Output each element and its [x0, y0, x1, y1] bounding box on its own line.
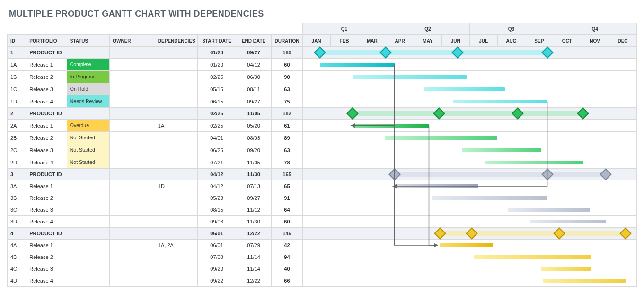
summary-bar[interactable]: [395, 172, 606, 177]
cell-start: 02/25: [198, 71, 236, 83]
cell-start: 06/25: [198, 144, 236, 156]
cell-status: [67, 275, 110, 287]
status-pill: Not Started: [67, 144, 110, 156]
gantt-cell: [302, 95, 636, 108]
m-jan: JAN: [302, 35, 330, 47]
task-bar[interactable]: [453, 100, 547, 103]
status-pill: Needs Review: [67, 95, 110, 107]
gantt-cell: [302, 108, 636, 120]
gantt-frame: MULTIPLE PRODUCT GANTT CHART WITH DEPEND…: [5, 5, 639, 292]
cell-rid: 1D: [8, 95, 26, 108]
summary-bar[interactable]: [320, 50, 547, 55]
task-bar[interactable]: [543, 279, 626, 283]
cell-dur: 40: [272, 263, 302, 275]
cell-status: [67, 240, 110, 251]
cell-status: [67, 192, 110, 204]
status-pill: Not Started: [67, 156, 110, 168]
task-bar[interactable]: [424, 87, 504, 91]
cell-portfolio: Release 4: [26, 216, 67, 228]
milestone-diamond-icon[interactable]: [314, 46, 326, 58]
cell-rid: 1B: [8, 71, 26, 83]
cell-rid: 3: [8, 169, 26, 180]
task-bar[interactable]: [474, 255, 591, 259]
summary-bar[interactable]: [353, 111, 583, 116]
q1-header: Q1: [302, 23, 386, 35]
cell-status: [67, 180, 110, 192]
task-bar[interactable]: [320, 63, 395, 67]
milestone-diamond-icon[interactable]: [388, 168, 400, 180]
cell-dep: [155, 228, 198, 240]
cell-owner: [110, 132, 155, 144]
milestone-diamond-icon[interactable]: [433, 107, 445, 119]
status-pill: Not Started: [67, 132, 110, 144]
milestone-diamond-icon[interactable]: [600, 168, 611, 180]
cell-start: 04/12: [198, 169, 236, 180]
task-bar[interactable]: [395, 184, 478, 188]
task-row: 1BRelease 2In Progress02/2506/3090: [8, 71, 637, 83]
col-id: ID: [8, 35, 26, 47]
task-bar[interactable]: [353, 75, 466, 79]
task-bar[interactable]: [385, 136, 497, 140]
milestone-diamond-icon[interactable]: [434, 227, 446, 239]
chart-wrap: Q1 Q2 Q3 Q4 ID PORTFOLIO STATUS OWNER DE…: [7, 23, 637, 287]
status-pill: Overdue: [67, 120, 110, 131]
milestone-diamond-icon[interactable]: [553, 227, 565, 239]
cell-portfolio: Release 4: [26, 156, 67, 169]
cell-dur: 182: [272, 108, 302, 120]
cell-dur: 75: [272, 95, 302, 108]
gantt-cell: [302, 120, 636, 132]
gantt-cell: [302, 192, 636, 204]
cell-start: 07/08: [198, 251, 236, 263]
cell-start: 09/08: [198, 216, 236, 228]
cell-start: 02/25: [198, 108, 236, 120]
cell-end: 04/12: [236, 59, 271, 71]
cell-portfolio: PRODUCT ID: [26, 108, 67, 120]
milestone-diamond-icon[interactable]: [577, 107, 589, 119]
cell-dep: [155, 95, 198, 108]
cell-end: 11/12: [236, 204, 271, 216]
milestone-diamond-icon[interactable]: [541, 46, 553, 58]
task-bar[interactable]: [440, 243, 493, 247]
milestone-diamond-icon[interactable]: [379, 46, 391, 58]
cell-portfolio: Release 2: [26, 71, 67, 83]
cell-start: 09/20: [198, 263, 236, 275]
cell-status: [67, 169, 110, 180]
milestone-diamond-icon[interactable]: [512, 107, 523, 119]
cell-rid: 4C: [8, 263, 26, 275]
cell-start: 05/23: [198, 192, 236, 204]
cell-status: Not Started: [67, 156, 110, 169]
cell-dur: 65: [272, 180, 302, 192]
task-bar[interactable]: [530, 220, 606, 223]
task-bar[interactable]: [541, 267, 591, 271]
cell-end: 11/14: [236, 251, 271, 263]
cell-dur: 42: [272, 240, 302, 251]
milestone-diamond-icon[interactable]: [347, 107, 359, 119]
milestone-diamond-icon[interactable]: [541, 168, 553, 180]
task-bar[interactable]: [485, 161, 583, 164]
task-bar[interactable]: [462, 148, 541, 152]
milestone-diamond-icon[interactable]: [451, 46, 463, 58]
task-bar[interactable]: [353, 124, 429, 128]
milestone-diamond-icon[interactable]: [466, 227, 478, 239]
task-row: 3BRelease 205/2309/2791: [8, 192, 637, 204]
m-jul: JUL: [469, 35, 497, 47]
cell-end: 11/05: [236, 156, 271, 169]
cell-owner: [110, 83, 155, 95]
cell-dep: 1A: [155, 120, 198, 132]
cell-start: 06/01: [198, 240, 236, 251]
task-row: 4CRelease 309/2011/1440: [8, 263, 637, 275]
cell-dur: 61: [272, 120, 302, 132]
milestone-diamond-icon[interactable]: [620, 227, 632, 239]
cell-portfolio: Release 2: [26, 132, 67, 144]
m-aug: AUG: [497, 35, 525, 47]
cell-status: Complete: [67, 59, 110, 71]
gantt-cell: [302, 228, 636, 240]
cell-dur: 64: [272, 204, 302, 216]
task-bar[interactable]: [432, 196, 547, 200]
task-bar[interactable]: [508, 208, 589, 212]
cell-end: 11/05: [236, 108, 271, 120]
cell-end: 05/20: [236, 120, 271, 132]
gantt-cell: [302, 204, 636, 216]
header-row-quarters: Q1 Q2 Q3 Q4: [8, 23, 637, 35]
cell-rid: 4A: [8, 240, 26, 251]
